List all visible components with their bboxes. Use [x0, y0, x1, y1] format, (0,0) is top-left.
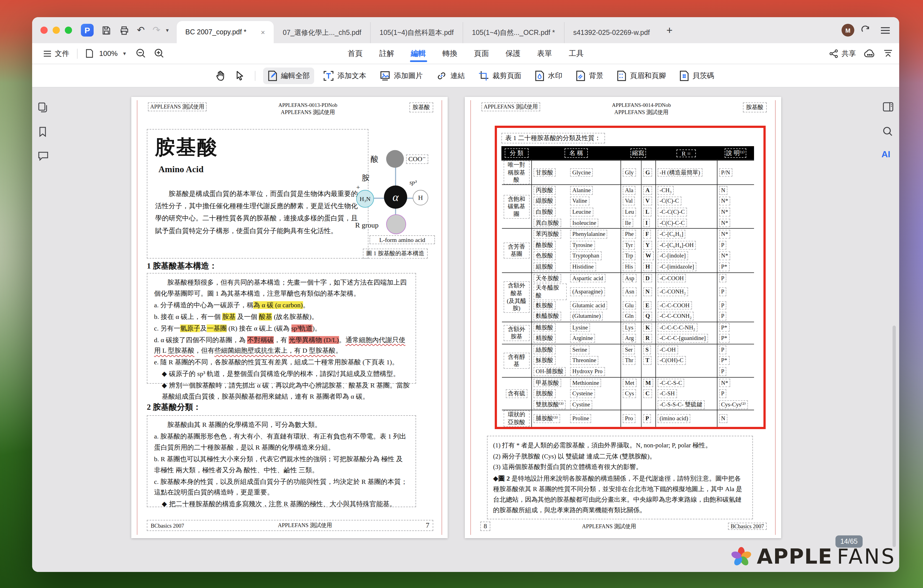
table-cell: T — [641, 355, 655, 366]
table-cell: Cys-Cys⁽²⁾ — [717, 399, 754, 410]
table-cell: Tyrosine — [568, 240, 621, 251]
new-tab-button[interactable]: + — [659, 24, 680, 36]
account-avatar[interactable]: M — [842, 24, 854, 36]
doc-subtitle: Amino Acid — [158, 164, 360, 174]
comment-icon[interactable] — [38, 151, 49, 161]
divider — [255, 70, 255, 80]
redo-icon[interactable]: ↷ — [153, 25, 161, 36]
share-label[interactable]: 共享 — [842, 48, 856, 58]
lform-label: L-form amino acid — [370, 235, 435, 244]
menu-convert[interactable]: 轉換 — [441, 44, 458, 63]
text-segment: 些細菌細胞壁或抗生素上，有 D 型胺基酸 — [214, 347, 335, 355]
file-menu-icon[interactable] — [43, 50, 51, 57]
table-row: 雙胱胺酸⁽³⁾Cystine-C-S-S-C- 雙硫鍵Cys-Cys⁽²⁾ — [502, 399, 754, 410]
file-menu-label[interactable]: 文件 — [55, 48, 69, 58]
pdf-page-7[interactable]: APPLEFANS 測試使用 APPLEFANS-0013-PDNob APPL… — [131, 97, 448, 538]
hand-tool-icon[interactable] — [215, 70, 226, 81]
fit-page-icon[interactable] — [85, 49, 94, 58]
select-tool-icon[interactable] — [235, 70, 245, 81]
add-text-button[interactable]: 添加文本 — [319, 67, 371, 84]
panel-icon[interactable] — [882, 102, 893, 112]
main-menu-icon[interactable] — [880, 26, 890, 34]
table-row: 麩胺酸Glutamic acidGluE-C-C-COOHP — [502, 300, 754, 311]
list-item: b. R 基團也可以其極性大小來分類，代表它們親水性的強弱；可把胺基酸分為 極性… — [154, 454, 410, 476]
zoom-in-icon[interactable] — [154, 48, 165, 59]
share-icon[interactable] — [829, 49, 838, 58]
crop-line — [470, 100, 471, 535]
header-badge: 胺基酸 — [743, 102, 767, 112]
figure1-caption: 圖 1 胺基酸的基本構造 — [363, 249, 428, 259]
minimize-window-button[interactable] — [53, 26, 60, 34]
link-button[interactable]: 連結 — [432, 67, 469, 84]
tab-document[interactable]: BC 2007_copy.pdf * × — [176, 21, 274, 43]
zoom-window-button[interactable] — [65, 26, 72, 34]
brand-word-apple: APPLE — [757, 545, 833, 568]
cloud-icon[interactable] — [864, 49, 876, 58]
menu-edit[interactable]: 編輯 — [410, 44, 427, 63]
save-icon[interactable] — [102, 25, 112, 35]
table-cell: -C-C-C-[guanidine] — [655, 333, 717, 344]
watermark-button[interactable]: 水印 — [530, 67, 567, 84]
menu-home[interactable]: 首頁 — [347, 44, 364, 63]
left-sidebar — [32, 87, 56, 572]
tab-document[interactable]: s41392-025-02269-w.pdf — [564, 22, 659, 43]
add-image-icon — [379, 70, 391, 81]
category-cell: 含額外胺基 — [502, 322, 532, 344]
menu-tools[interactable]: 工具 — [568, 44, 585, 63]
table-cell: Glycine — [568, 160, 621, 185]
section2-body: 胺基酸由其 R 基團的化學構造不同，可分為數大類。 a. 胺基酸的基團形形色色，… — [147, 415, 416, 507]
zoom-level-value[interactable]: 100% — [99, 49, 118, 57]
table-cell: -C-SH — [655, 388, 717, 399]
sync-icon[interactable] — [861, 25, 870, 35]
table-caption: 表 1 二十種胺基酸的分類及性質： — [501, 133, 605, 143]
edit-all-button[interactable]: 編輯全部 — [263, 67, 314, 84]
menu-form[interactable]: 表單 — [536, 44, 553, 63]
list-item: 辨別一個胺基酸時，請先抓出 α 碳，再以此為中心辨認胺基、酸基及 R 基團。當胺… — [162, 380, 410, 403]
undo-icon[interactable]: ↶ — [137, 25, 145, 36]
table-cell: N* — [717, 229, 754, 240]
menu-page[interactable]: 頁面 — [473, 44, 490, 63]
zoom-caret-icon[interactable]: ▾ — [123, 51, 126, 56]
close-tab-icon[interactable]: × — [261, 28, 265, 36]
table-cell: -C-OH — [655, 344, 717, 355]
header-center: APPLEFANS-0013-PDNob APPLEFANS 測試使用 — [207, 102, 409, 116]
text-segment: 胺基 — [222, 313, 236, 320]
table-cell: Gln — [621, 311, 641, 322]
crop-page-button[interactable]: 裁剪頁面 — [474, 67, 526, 84]
tab-document[interactable]: 07_選修化學上..._ch5.pdf — [274, 22, 370, 43]
collapse-toolbar-icon[interactable] — [884, 49, 893, 57]
red-annotation-rectangle[interactable]: 表 1 二十種胺基酸的分類及性質： 分 類 名 稱 縮寫 R = 說 明⁽¹⁾ — [495, 126, 766, 429]
text-segment: )。 — [312, 324, 321, 332]
bookmark-icon[interactable] — [38, 126, 48, 137]
thumbnails-icon[interactable] — [38, 102, 49, 113]
tab-document[interactable]: 105(1~4)自然..._OCR.pdf * — [463, 22, 564, 43]
tool-label: 頁眉和頁腳 — [630, 70, 666, 80]
text-segment: 一基團 — [207, 324, 227, 332]
header-footer-button[interactable]: 頁眉和頁腳 — [612, 67, 670, 84]
add-image-button[interactable]: 添加圖片 — [375, 67, 427, 84]
ai-icon[interactable]: AI — [882, 149, 890, 159]
tool-label: 裁剪頁面 — [493, 70, 521, 80]
bates-number-button[interactable]: 貝茨碼 — [675, 67, 719, 84]
close-window-button[interactable] — [41, 26, 48, 34]
table-cell: 異白胺酸 — [532, 217, 568, 228]
table-cell: G — [641, 160, 655, 185]
tab-document[interactable]: 105(1~4)自然科題本.pdf — [370, 22, 462, 43]
table-cell: (imino acid) — [655, 410, 717, 427]
print-icon[interactable] — [119, 25, 129, 35]
list-item: (3) 這兩個胺基酸對蛋白質的立體構造有很大的影響。 — [493, 462, 747, 472]
zoom-out-icon[interactable] — [136, 48, 146, 59]
table-cell: D — [641, 272, 655, 283]
history-caret-icon[interactable]: ▾ — [166, 27, 169, 33]
background-button[interactable]: 背景 — [571, 67, 608, 84]
table-cell: P — [717, 272, 754, 283]
menu-protect[interactable]: 保護 — [504, 44, 522, 63]
text-segment: 及 — [200, 324, 207, 332]
pdf-page-8[interactable]: APPLEFANS 測試使用 APPLEFANS-0014-PDNob APPL… — [465, 97, 781, 538]
menu-annotate[interactable]: 註解 — [378, 44, 395, 63]
vertical-scrollbar[interactable] — [893, 326, 896, 547]
table-cell: -C-C-CONH₂ — [655, 311, 717, 322]
table-cell: Met — [621, 377, 641, 388]
search-icon[interactable] — [882, 126, 893, 137]
table-cell: -C-[imidazole] — [655, 261, 717, 272]
